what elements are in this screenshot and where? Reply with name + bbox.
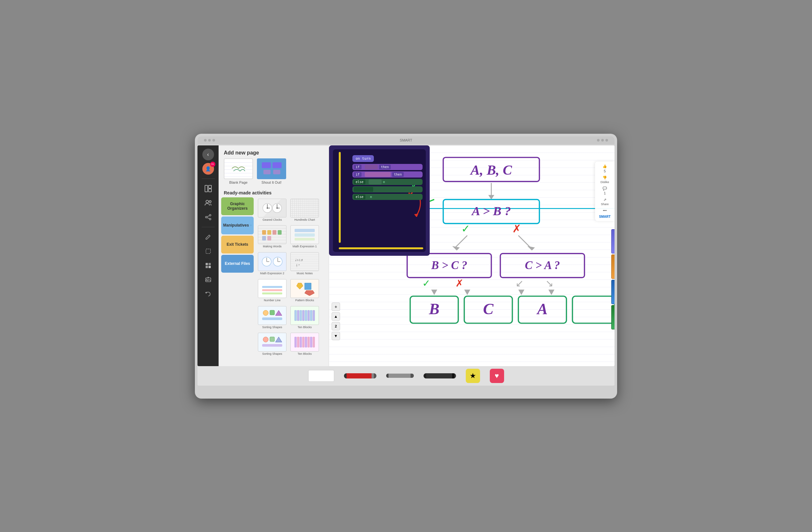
share-button[interactable]: ⇗ Share [601, 198, 609, 206]
activity-making-words[interactable]: Making Words [257, 224, 288, 250]
left-categories: Graphic Organizers Manipulatives Exit Ti… [221, 197, 255, 359]
thumb-row-2: Making Words Math Expression 1 [257, 224, 326, 250]
blank-page-item[interactable]: Blank Page [224, 158, 253, 184]
svg-rect-58 [302, 310, 304, 321]
dot-3 [213, 139, 215, 142]
svg-text:↙: ↙ [516, 278, 524, 288]
add-page-panel: Add new page Blank Page [219, 145, 329, 366]
notification-badge: 31 [210, 162, 215, 167]
svg-marker-88 [527, 246, 535, 250]
sidebar-icon-select[interactable] [202, 246, 214, 257]
sorting-shapes-2-label: Sorting Shapes [262, 352, 282, 356]
sidebar-icon-undo[interactable] [202, 288, 214, 300]
activity-pattern-blocks[interactable]: Pattern Blocks [289, 278, 320, 304]
like-button[interactable]: 👍 5 [603, 164, 607, 173]
svg-rect-35 [294, 233, 315, 237]
svg-text:✓: ✓ [461, 223, 470, 235]
thumb-row-3: Math Expression 2 ♩♪♫♬ 𝄞 𝄢 Music Notes [257, 251, 326, 277]
svg-rect-11 [206, 266, 208, 268]
svg-marker-80 [488, 195, 494, 199]
svg-point-14 [206, 279, 207, 279]
sidebar-icon-layout[interactable] [202, 183, 214, 194]
dislike-button[interactable]: 👎 Dislike [600, 176, 609, 184]
thumb-row-5: Sorting Shapes [257, 305, 326, 330]
ready-made-header: Ready-made activities [219, 188, 329, 197]
comment-button[interactable]: 💬 1 [603, 186, 607, 195]
code-editor-popup: on turn if then if then else [329, 145, 430, 256]
status-dot-2 [601, 139, 604, 142]
heart-button[interactable]: ♥ [490, 369, 504, 383]
scroll-up-button[interactable]: ▲ [332, 312, 340, 321]
screen: ‹ 👤 31 [198, 145, 614, 366]
sidebar-icon-pencil[interactable] [202, 231, 214, 243]
eraser-tool[interactable] [308, 370, 334, 382]
svg-rect-46 [262, 289, 282, 291]
activity-sorting-shapes[interactable]: Sorting Shapes [257, 305, 288, 330]
app-title: SMART [400, 138, 412, 142]
black-pen-shape [423, 373, 456, 379]
red-pen-tool[interactable] [344, 373, 376, 379]
activity-math-expression-1[interactable]: Math Expression 1 [289, 224, 320, 250]
sorting-shapes-2-thumb [258, 333, 287, 352]
more-button[interactable]: ••• [603, 208, 607, 212]
activity-hundreds-chart[interactable]: Hundreds Chart [289, 197, 320, 223]
svg-rect-15 [262, 162, 271, 168]
hundreds-chart-thumb [290, 199, 319, 218]
svg-rect-68 [297, 337, 299, 347]
svg-text:C > A ?: C > A ? [525, 259, 560, 272]
sidebar-icon-shapes[interactable] [202, 260, 214, 271]
category-graphic-organizers[interactable]: Graphic Organizers [221, 197, 254, 215]
svg-rect-34 [294, 229, 315, 232]
like-icon: 👍 [603, 164, 607, 168]
activity-ten-blocks-2[interactable]: Ten Blocks [289, 331, 320, 357]
gray-pen-tool[interactable] [386, 374, 414, 378]
marker-purple [611, 229, 614, 253]
activity-number-line[interactable]: Number Line [257, 278, 288, 304]
svg-rect-16 [263, 170, 271, 174]
activity-ten-blocks[interactable]: Ten Blocks [289, 305, 320, 330]
category-exit-tickets[interactable]: Exit Tickets [221, 236, 254, 253]
black-pen-tool[interactable] [423, 373, 456, 379]
scroll-down-button[interactable]: ▼ [332, 332, 340, 340]
add-page-button[interactable]: + [332, 302, 340, 311]
activity-geared-clocks[interactable]: Geared Clocks [257, 197, 288, 223]
geared-clocks-label: Geared Clocks [262, 218, 282, 222]
svg-rect-66 [262, 344, 282, 347]
sidebar-icon-users[interactable] [202, 197, 214, 209]
activity-music-notes[interactable]: ♩♪♫♬ 𝄞 𝄢 Music Notes [289, 251, 320, 277]
activity-sorting-shapes-2[interactable]: Sorting Shapes [257, 331, 288, 357]
sidebar-icon-image[interactable] [202, 274, 214, 286]
svg-rect-36 [294, 238, 315, 240]
making-words-thumb [258, 225, 287, 244]
back-button[interactable]: ‹ [202, 149, 214, 160]
svg-rect-0 [205, 185, 207, 192]
window-controls [204, 139, 215, 142]
svg-text:B > C ?: B > C ? [431, 259, 467, 272]
svg-rect-71 [305, 337, 307, 347]
svg-rect-33 [267, 236, 271, 240]
category-external-files[interactable]: External Files [221, 255, 254, 273]
avatar[interactable]: 👤 31 [202, 163, 214, 175]
status-dot-1 [597, 139, 599, 142]
hundreds-chart-label: Hundreds Chart [294, 218, 315, 222]
svg-text:✗: ✗ [512, 223, 521, 235]
sidebar-icon-share[interactable] [202, 211, 214, 223]
divider-2 [202, 227, 215, 227]
svg-rect-52 [270, 310, 274, 315]
number-line-label: Number Line [264, 299, 281, 302]
math-expression-1-thumb [290, 225, 319, 244]
star-button[interactable]: ★ [466, 369, 480, 383]
ten-blocks-label: Ten Blocks [298, 326, 312, 329]
shout-it-out-item[interactable]: Shout It Out! [257, 158, 286, 184]
comment-count: 1 [604, 191, 606, 195]
music-notes-label: Music Notes [296, 272, 313, 275]
svg-rect-67 [294, 337, 296, 347]
smart-button[interactable]: SMART [599, 215, 611, 219]
svg-rect-9 [206, 263, 208, 265]
svg-text:A > B ?: A > B ? [470, 204, 511, 218]
category-manipulatives[interactable]: Manipulatives [221, 217, 254, 234]
svg-text:𝄞 𝄢: 𝄞 𝄢 [296, 264, 300, 267]
svg-rect-64 [270, 337, 274, 341]
activity-math-expression-2[interactable]: Math Expression 2 [257, 251, 288, 277]
svg-rect-47 [262, 293, 282, 294]
